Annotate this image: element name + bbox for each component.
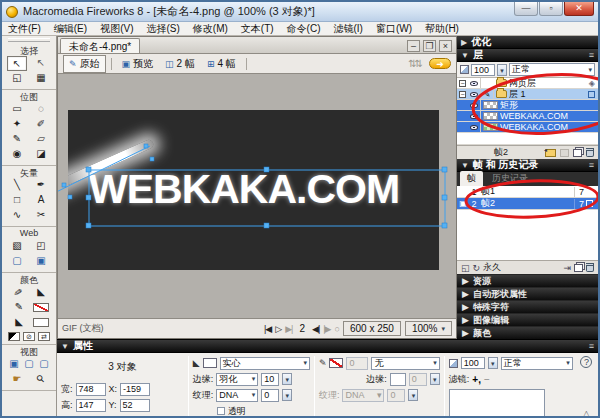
last-frame-button[interactable]: ▶| bbox=[285, 324, 292, 334]
canvas-area[interactable]: WEBKAKA.COM bbox=[58, 74, 456, 318]
fill-edge-slider-arrow[interactable]: ▾ bbox=[282, 373, 292, 385]
menu-filters[interactable]: 滤镜(I) bbox=[333, 22, 362, 36]
menu-help[interactable]: 帮助(H) bbox=[425, 22, 459, 36]
frame-delay[interactable]: 7 bbox=[574, 199, 598, 209]
fill-edge-amount[interactable]: 10 bbox=[261, 373, 279, 386]
default-colors-button[interactable] bbox=[8, 332, 20, 341]
opacity-slider-arrow[interactable]: ▾ bbox=[497, 64, 507, 76]
stroke-edge-amount[interactable]: 0 bbox=[409, 373, 427, 386]
panel-gripper[interactable] bbox=[8, 38, 50, 42]
hide-slices-button[interactable]: ▢ bbox=[7, 254, 27, 269]
preview-view-button[interactable]: ▣ 预览 bbox=[117, 56, 159, 72]
standard-screen-mode-button[interactable]: ▣ bbox=[7, 357, 21, 372]
auto-shape-properties-panel-header[interactable]: ▶ 自动形状属性 bbox=[457, 288, 598, 300]
doc-restore-button[interactable]: ❐ bbox=[423, 40, 436, 52]
marquee-tool[interactable]: ▭ bbox=[7, 102, 27, 117]
rubber-stamp-tool[interactable]: ◪ bbox=[31, 147, 51, 162]
frame-name[interactable]: 帧2 bbox=[479, 197, 574, 210]
canvas-text-object[interactable]: WEBKAKA.COM bbox=[89, 166, 399, 213]
no-stroke-fill-button[interactable]: ⊘ bbox=[23, 332, 35, 341]
menu-window[interactable]: 窗口(W) bbox=[376, 22, 412, 36]
rectangle-tool[interactable]: □ bbox=[7, 193, 27, 208]
doc-close-button[interactable]: × bbox=[439, 40, 452, 52]
freeform-tool[interactable]: ∿ bbox=[7, 208, 27, 223]
object-row-webkaka-2[interactable]: WEBKAKA.COM bbox=[457, 122, 598, 133]
brush-tool[interactable]: ✐ bbox=[31, 117, 51, 132]
visibility-toggle[interactable] bbox=[468, 100, 481, 110]
loop-button[interactable]: ↻ bbox=[473, 263, 481, 273]
slice-tool[interactable]: ◰ bbox=[31, 239, 51, 254]
menu-select[interactable]: 选择(S) bbox=[146, 22, 179, 36]
stroke-edge-swatch[interactable] bbox=[390, 373, 406, 386]
fit-window-icon[interactable]: ⇅⇅ bbox=[408, 58, 421, 69]
full-screen-with-menus-button[interactable]: ▢ bbox=[22, 357, 36, 372]
visibility-toggle[interactable] bbox=[468, 111, 481, 121]
fill-color-well[interactable] bbox=[33, 318, 49, 327]
filters-list[interactable] bbox=[449, 389, 545, 418]
remove-filter-button[interactable]: − bbox=[484, 374, 490, 385]
paint-bucket-tool[interactable]: ◣ bbox=[31, 285, 51, 300]
height-field[interactable]: 147 bbox=[76, 399, 106, 412]
y-field[interactable]: 52 bbox=[120, 399, 150, 412]
knife-tool[interactable]: ✂ bbox=[31, 208, 51, 223]
doc-minimize-button[interactable]: – bbox=[407, 40, 420, 52]
subselection-tool[interactable]: ↖ bbox=[31, 56, 51, 71]
stroke-texture-dropdown[interactable]: DNA▾ bbox=[342, 389, 384, 402]
menu-file[interactable]: 文件(F) bbox=[8, 22, 41, 36]
menu-edit[interactable]: 编辑(E) bbox=[54, 22, 87, 36]
next-frame-button[interactable]: |▶ bbox=[323, 324, 330, 334]
visibility-toggle[interactable] bbox=[468, 78, 481, 88]
object-blend-mode-dropdown[interactable]: 正常▾ bbox=[501, 357, 573, 370]
magic-wand-tool[interactable]: ✦ bbox=[7, 117, 27, 132]
zoom-level-dropdown[interactable]: 100%▾ bbox=[405, 321, 452, 336]
pen-tool[interactable]: ✒ bbox=[31, 178, 51, 193]
new-layer-button-disabled[interactable] bbox=[560, 149, 569, 157]
properties-panel-header[interactable]: ▼ 属性 ≡ bbox=[57, 340, 598, 353]
menu-view[interactable]: 视图(V) bbox=[100, 22, 133, 36]
line-tool[interactable]: ╲ bbox=[7, 178, 27, 193]
canvas[interactable]: WEBKAKA.COM bbox=[68, 110, 439, 270]
swap-colors-button[interactable]: ⇄ bbox=[38, 332, 50, 341]
fill-color-swatch[interactable] bbox=[203, 358, 217, 368]
original-view-button[interactable]: ✎ 原始 bbox=[63, 55, 106, 73]
quick-export-button[interactable]: ➜ bbox=[429, 58, 451, 69]
object-row-rectangle[interactable]: 矩形 bbox=[457, 100, 598, 111]
scale-tool[interactable]: ◱ bbox=[7, 71, 27, 86]
layers-options-menu-icon[interactable]: ≡ bbox=[589, 50, 594, 60]
opacity-slider-arrow[interactable]: ▾ bbox=[488, 357, 498, 369]
onion-skin-icon[interactable]: ▣ bbox=[457, 199, 469, 208]
expand-toggle-icon[interactable]: − bbox=[459, 91, 466, 98]
visibility-toggle[interactable] bbox=[468, 122, 481, 132]
frame-delay[interactable]: 7 bbox=[574, 187, 598, 197]
blur-tool[interactable]: ◉ bbox=[7, 147, 27, 162]
lasso-tool[interactable]: ◌ bbox=[31, 102, 51, 117]
width-field[interactable]: 748 bbox=[76, 383, 106, 396]
stroke-type-dropdown[interactable]: 无▾ bbox=[371, 357, 439, 370]
tab-history[interactable]: 历史记录 bbox=[485, 171, 535, 186]
blend-mode-dropdown[interactable]: 正常▾ bbox=[509, 63, 595, 76]
assets-panel-header[interactable]: ▶ 资源 bbox=[457, 275, 598, 287]
object-opacity-value[interactable]: 100 bbox=[461, 357, 485, 369]
document-tab[interactable]: 未命名-4.png* bbox=[60, 38, 140, 53]
menu-modify[interactable]: 修改(M) bbox=[193, 22, 228, 36]
stroke-color-swatch[interactable] bbox=[329, 358, 343, 368]
object-name[interactable]: WEBKAKA.COM bbox=[500, 122, 598, 132]
properties-options-menu-icon[interactable]: ≡ bbox=[589, 341, 594, 351]
visibility-toggle[interactable] bbox=[468, 89, 481, 99]
fill-edge-dropdown[interactable]: 羽化▾ bbox=[216, 373, 258, 386]
fill-texture-amount[interactable]: 0 bbox=[261, 389, 279, 402]
new-sub-layer-button[interactable] bbox=[545, 149, 556, 157]
special-characters-panel-header[interactable]: ▶ 特殊字符 bbox=[457, 301, 598, 313]
previous-frame-button[interactable]: ◀| bbox=[312, 324, 319, 334]
colors-panel-header[interactable]: ▶ 颜色 bbox=[457, 327, 598, 339]
crop-tool[interactable]: ▦ bbox=[31, 71, 51, 86]
object-name[interactable]: 矩形 bbox=[500, 99, 598, 112]
object-name[interactable]: WEBKAKA.COM bbox=[500, 111, 598, 121]
collapse-half-arrow[interactable]: △ bbox=[583, 409, 589, 418]
pencil-tool[interactable]: ✎ bbox=[7, 132, 27, 147]
layers-panel-header[interactable]: ▼ 层 ≡ bbox=[457, 49, 598, 62]
fill-type-dropdown[interactable]: 实心▾ bbox=[220, 357, 310, 370]
delete-frame-button[interactable] bbox=[586, 263, 594, 272]
full-screen-button[interactable]: ▢ bbox=[37, 357, 51, 372]
stroke-texture-slider-arrow[interactable]: ▾ bbox=[408, 389, 418, 401]
